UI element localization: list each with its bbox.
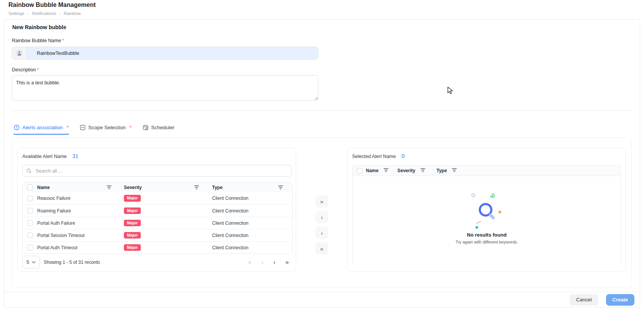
alerts-association-panel: Available Alert Name 31 Name Severity Ty… <box>12 137 632 288</box>
tab-bar: Alerts association * Scope Selection * S… <box>13 122 179 135</box>
breadcrumb-settings[interactable]: Settings <box>8 11 25 16</box>
breadcrumb-notifications[interactable]: Notifications <box>32 11 56 16</box>
breadcrumb-separator: - <box>28 11 29 16</box>
severity-badge: Major <box>124 195 141 202</box>
table-row: Roaming Failure Major Client Connection <box>23 204 292 217</box>
move-all-right-button[interactable]: » <box>315 195 328 207</box>
breadcrumb-separator: - <box>59 11 61 16</box>
calendar-gear-icon <box>143 125 148 130</box>
empty-state-subtitle: Try again with different keywords. <box>455 240 518 244</box>
selected-alerts-table: Name Severity Type <box>352 165 621 265</box>
move-left-button[interactable]: ‹ <box>315 227 328 239</box>
select-all-checkbox[interactable] <box>27 184 33 190</box>
move-all-left-button[interactable]: « <box>315 242 328 255</box>
form-icon <box>80 125 86 130</box>
description-field-label: Description* <box>12 67 39 72</box>
column-header-name: Name <box>37 185 50 190</box>
severity-badge: Major <box>124 207 141 214</box>
tab-label: Alerts association <box>22 125 63 130</box>
row-checkbox[interactable] <box>27 196 33 201</box>
select-all-checkbox[interactable] <box>357 168 362 174</box>
available-title: Available Alert Name <box>22 154 67 159</box>
alert-type: Client Connection <box>208 196 292 201</box>
section-divider <box>12 110 631 111</box>
filter-icon[interactable] <box>194 185 199 189</box>
search-box <box>22 165 292 177</box>
alert-name: Reassoc Failure <box>37 196 121 201</box>
page-size-select[interactable]: 5 <box>22 256 40 268</box>
alert-circle-icon <box>14 125 20 130</box>
required-asterisk: * <box>130 125 132 130</box>
table-header-row: Name Severity Type <box>23 183 292 192</box>
tab-scope-selection[interactable]: Scope Selection * <box>79 122 132 135</box>
filter-icon[interactable] <box>420 168 425 173</box>
severity-badge: Major <box>124 244 141 251</box>
table-row: Portal Auth Failure Major Client Connect… <box>23 217 292 229</box>
card-heading: New Rainbow bubble <box>12 24 66 30</box>
selected-alerts-panel: Selected Alert Name 0 Name Severity Type <box>347 148 626 272</box>
filter-icon[interactable] <box>384 168 389 173</box>
tab-label: Scheduler <box>151 125 175 130</box>
filter-icon[interactable] <box>107 185 112 189</box>
move-right-button[interactable]: › <box>315 211 328 223</box>
table-header-row: Name Severity Type <box>353 166 621 176</box>
filter-icon[interactable] <box>452 168 457 173</box>
alert-name: Roaming Failure <box>37 208 121 214</box>
filter-icon[interactable] <box>278 185 283 189</box>
page-title: Rainbow Bubble Management <box>8 2 96 8</box>
table-row: Portal Auth Timeout Major Client Connect… <box>23 241 292 253</box>
next-page-button[interactable]: › <box>273 259 275 265</box>
available-count: 31 <box>72 153 79 159</box>
column-header-severity: Severity <box>124 185 142 190</box>
person-icon <box>16 49 23 57</box>
severity-badge: Major <box>124 232 141 239</box>
table-row: Reassoc Failure Major Client Connection <box>23 192 292 204</box>
name-input-addon <box>12 47 27 59</box>
column-header-severity: Severity <box>397 168 415 173</box>
alert-name: Portal Session Timeout <box>37 233 121 238</box>
column-header-type: Type <box>436 168 447 173</box>
breadcrumb-rainbow[interactable]: Rainbow <box>64 11 81 16</box>
row-checkbox[interactable] <box>27 208 33 214</box>
records-summary: Showing 1 - 5 of 31 records <box>44 260 100 265</box>
previous-page-button[interactable]: ‹ <box>261 259 263 265</box>
tab-scheduler[interactable]: Scheduler <box>142 122 179 135</box>
chevron-down-icon <box>32 261 36 263</box>
table-row: Portal Session Timeout Major Client Conn… <box>23 229 292 241</box>
column-header-name: Name <box>366 168 379 173</box>
first-page-button[interactable]: « <box>248 259 252 265</box>
pagination: 5 Showing 1 - 5 of 31 records « ‹ › » <box>22 256 292 268</box>
row-checkbox[interactable] <box>27 220 33 226</box>
required-asterisk: * <box>67 125 69 130</box>
search-input[interactable] <box>35 168 288 174</box>
available-alerts-table: Name Severity Type Reassoc Failure Major… <box>22 182 293 254</box>
required-asterisk: * <box>62 38 64 43</box>
column-header-type: Type <box>212 185 222 190</box>
tab-alerts-association[interactable]: Alerts association * <box>13 122 69 135</box>
required-asterisk: * <box>37 67 39 72</box>
selected-count: 0 <box>402 153 405 159</box>
rainbow-bubble-name-input[interactable] <box>27 47 318 59</box>
new-rainbow-bubble-card: New Rainbow bubble Rainbow Bubble Name* … <box>4 19 640 308</box>
search-icon <box>26 168 31 173</box>
description-textarea[interactable]: This is a test bubble. <box>12 75 318 100</box>
alert-type: Client Connection <box>208 245 292 250</box>
alert-type: Client Connection <box>208 220 292 226</box>
cancel-button[interactable]: Cancel <box>570 294 598 306</box>
no-results-illustration <box>456 188 517 230</box>
selected-title: Selected Alert Name <box>352 154 396 159</box>
last-page-button[interactable]: » <box>285 259 289 265</box>
alert-type: Client Connection <box>208 233 292 238</box>
empty-state-title: No results found <box>467 232 506 238</box>
card-footer: Cancel Create <box>4 292 640 307</box>
alert-name: Portal Auth Timeout <box>37 245 121 250</box>
name-input-group <box>12 47 318 59</box>
create-button[interactable]: Create <box>606 294 634 306</box>
row-checkbox[interactable] <box>27 245 33 250</box>
row-checkbox[interactable] <box>27 232 33 238</box>
empty-state: No results found Try again with differen… <box>353 176 621 265</box>
severity-badge: Major <box>124 220 141 227</box>
page-header: Rainbow Bubble Management Settings - Not… <box>8 2 96 16</box>
tab-label: Scope Selection <box>88 125 126 130</box>
transfer-controls: » › ‹ « <box>315 195 328 255</box>
